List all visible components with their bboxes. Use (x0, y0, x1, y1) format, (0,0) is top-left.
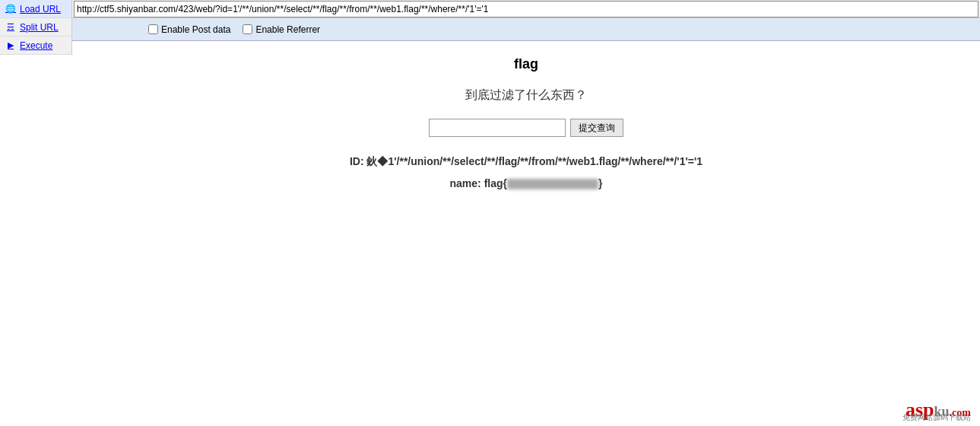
enable-post-checkbox[interactable] (148, 24, 158, 34)
name-suffix-text: } (598, 177, 602, 189)
main-content: flag 到底过滤了什么东西？ 提交查询 ID: 鈥◆1'/**/union/*… (72, 41, 980, 208)
search-row: 提交查询 (429, 119, 623, 137)
load-url-icon: 🌐 (5, 3, 17, 15)
search-input[interactable] (429, 119, 566, 137)
url-input[interactable] (74, 1, 978, 17)
execute-button[interactable]: ▶ Execute (0, 37, 71, 55)
url-bar-row (72, 0, 980, 18)
enable-post-text: Enable Post data (161, 24, 230, 35)
enable-post-label[interactable]: Enable Post data (148, 24, 230, 35)
load-url-button[interactable]: 🌐 Load URL (0, 0, 71, 18)
split-url-label: Split URL (20, 22, 59, 33)
enable-referrer-text: Enable Referrer (255, 24, 320, 35)
id-result-text: ID: 鈥◆1'/**/union/**/select/**/flag/**/f… (350, 155, 702, 167)
options-bar: Enable Post data Enable Referrer (72, 18, 980, 41)
flag-value-blurred (507, 179, 598, 189)
result-area: ID: 鈥◆1'/**/union/**/select/**/flag/**/f… (350, 152, 702, 193)
subtitle: 到底过滤了什么东西？ (465, 87, 587, 103)
execute-icon: ▶ (5, 40, 17, 52)
split-url-button[interactable]: ☴ Split URL (0, 18, 71, 37)
content-wrapper: Enable Post data Enable Referrer flag 到底… (72, 0, 980, 208)
sidebar: 🌐 Load URL ☴ Split URL ▶ Execute (0, 0, 72, 55)
enable-referrer-label[interactable]: Enable Referrer (243, 24, 320, 35)
load-url-label: Load URL (20, 4, 61, 14)
name-label-text: name: flag{ (450, 177, 507, 189)
page-title: flag (514, 56, 538, 72)
search-submit-button[interactable]: 提交查询 (570, 119, 623, 137)
enable-referrer-checkbox[interactable] (243, 24, 252, 34)
watermark-sub: 免费网站源码下载站 (902, 412, 971, 423)
name-result-line: name: flag{ } (350, 174, 702, 193)
execute-label: Execute (20, 40, 52, 51)
id-result-line: ID: 鈥◆1'/**/union/**/select/**/flag/**/f… (350, 152, 702, 171)
split-url-icon: ☴ (5, 21, 17, 33)
